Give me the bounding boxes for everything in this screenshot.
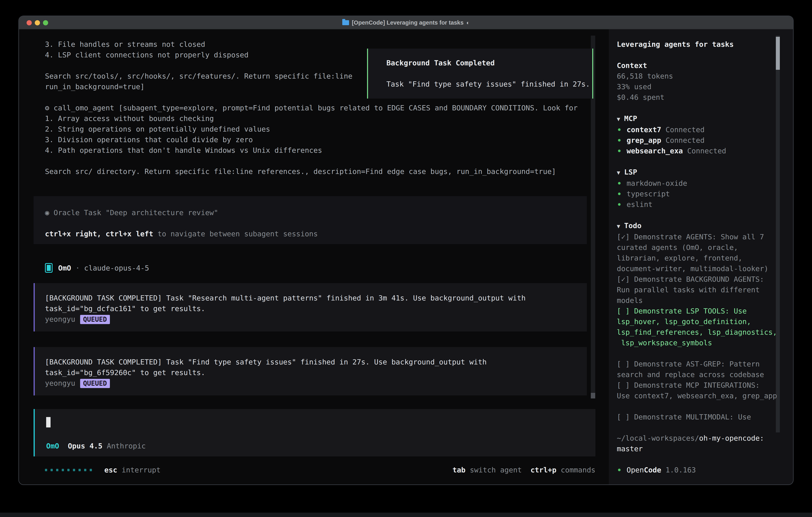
todo-line-done: curated agents (OmO, oracle, bbox=[617, 242, 779, 253]
mcp-server-name: websearch_exa bbox=[627, 147, 683, 155]
status-dot-icon bbox=[618, 128, 620, 131]
input-provider-name: Anthropic bbox=[107, 442, 146, 450]
mcp-header[interactable]: ▼MCP bbox=[617, 113, 779, 124]
oracle-task-box: ◉ Oracle Task "Deep architecture review"… bbox=[34, 196, 587, 244]
todo-line-active: lsp_workspace_symbols bbox=[617, 337, 779, 348]
toast-body: Task "Find type safety issues" finished … bbox=[386, 79, 592, 89]
spinner-dot-icon bbox=[45, 469, 47, 471]
status-dot-icon bbox=[618, 193, 620, 195]
lsp-item: markdown-oxide bbox=[617, 178, 779, 189]
spinner-dot-icon bbox=[79, 469, 81, 471]
lsp-server-name: eslint bbox=[627, 200, 652, 209]
esc-key-hint: esc bbox=[104, 466, 117, 474]
app-name-regular: Open bbox=[627, 466, 644, 474]
lsp-server-name: typescript bbox=[627, 190, 670, 198]
main-scrollbar-thumb[interactable] bbox=[591, 393, 595, 399]
agent-model: claude-opus-4-5 bbox=[84, 263, 149, 273]
spinner-dot-icon bbox=[56, 469, 58, 471]
transcript-line: 1. Array access without bounds checking bbox=[45, 113, 588, 124]
spinner-dot-icon bbox=[90, 469, 92, 471]
agent-checkbox-icon bbox=[45, 263, 53, 273]
spinner-dot-icon bbox=[73, 469, 75, 471]
spinner-dot-icon bbox=[84, 469, 86, 471]
mcp-server-status: Connected bbox=[661, 126, 704, 134]
todo-line-pending: Use context7, websearch_exa, grep_app bbox=[617, 390, 779, 401]
mcp-item: context7 Connected bbox=[617, 124, 779, 135]
context-stat: 33% used bbox=[617, 81, 779, 92]
workspace-repo-name: oh-my-opencode: bbox=[699, 434, 764, 442]
task-user: yeongyu bbox=[45, 315, 75, 323]
oracle-hint-keys: ctrl+x right, ctrl+x left bbox=[45, 230, 153, 238]
sidebar-blank-line bbox=[617, 210, 779, 220]
transcript-line: 3. File handles or streams not closed bbox=[45, 39, 588, 50]
task-message-line-2: task_id="bg_6f59260c" to get results. bbox=[45, 367, 587, 378]
sidebar-blank-line bbox=[617, 454, 779, 465]
sidebar-lines: Leveraging agents for tasks Context66,51… bbox=[617, 39, 779, 475]
todo-line-done: Run parallel tasks with different bbox=[617, 284, 779, 295]
transcript-line: ⚙ call_omo_agent [subagent_type=explore,… bbox=[45, 103, 588, 113]
tab-key-hint: tab bbox=[453, 466, 466, 474]
sidebar-blank-line bbox=[617, 422, 779, 433]
minimize-window-button[interactable] bbox=[35, 20, 40, 25]
sidebar-blank-line bbox=[617, 156, 779, 167]
task-message-line-1: [BACKGROUND TASK COMPLETED] Task "Resear… bbox=[45, 293, 587, 303]
transcript-line: 4. Path operations that don't handle Win… bbox=[45, 145, 588, 156]
mcp-server-name: grep_app bbox=[627, 136, 661, 144]
spinner-dot-icon bbox=[62, 469, 64, 471]
task-user: yeongyu bbox=[45, 379, 75, 387]
todo-line-done: models bbox=[617, 295, 779, 306]
toast-spacer bbox=[386, 68, 592, 79]
mcp-item: websearch_exa Connected bbox=[617, 145, 779, 156]
mcp-server-status: Connected bbox=[661, 136, 704, 144]
mcp-server-status: Connected bbox=[683, 147, 726, 155]
workspace-path: ~/local-workspaces/oh-my-opencode: bbox=[617, 433, 779, 443]
text-cursor bbox=[46, 417, 51, 428]
todo-header[interactable]: ▼Todo bbox=[617, 220, 779, 232]
todo-line-done: [✓] Demonstrate AGENTS: Show all 7 bbox=[617, 232, 779, 242]
todo-header-label: Todo bbox=[624, 221, 642, 230]
context-stat: 66,518 tokens bbox=[617, 71, 779, 81]
lsp-server-name: markdown-oxide bbox=[627, 179, 687, 187]
transcript-line: Search src/ directory. Return specific f… bbox=[45, 166, 588, 177]
sidebar-session-title: Leveraging agents for tasks bbox=[617, 39, 779, 50]
lsp-header-label: LSP bbox=[624, 168, 637, 176]
app-name-bold: Code bbox=[644, 466, 661, 474]
model-selector-row[interactable]: OmO Opus 4.5 Anthropic bbox=[46, 441, 146, 451]
todo-line-pending: [ ] Demonstrate MCP INTEGRATIONS: bbox=[617, 380, 779, 390]
spinner-dot-icon bbox=[51, 469, 53, 471]
todo-line-active: [ ] Demonstrate LSP TOOLS: Use bbox=[617, 306, 779, 316]
todo-line-done: document-writer, multimodal-looker) bbox=[617, 263, 779, 274]
transcript-line bbox=[45, 156, 588, 166]
lsp-header[interactable]: ▼LSP bbox=[617, 167, 779, 178]
window-title: [OpenCode] Leveraging agents for tasks bbox=[352, 18, 464, 28]
oracle-spacer bbox=[45, 218, 587, 228]
mcp-header-label: MCP bbox=[624, 114, 637, 123]
collapse-triangle-icon: ▼ bbox=[617, 223, 620, 229]
todo-line-pending: [ ] Demonstrate MULTIMODAL: Use bbox=[617, 412, 779, 422]
status-dot-icon bbox=[618, 139, 620, 141]
agent-name: OmO bbox=[58, 263, 71, 273]
esc-key-label: interrupt bbox=[117, 466, 161, 474]
session-status-icon: ◐ bbox=[466, 18, 470, 28]
folder-icon bbox=[342, 20, 349, 25]
sidebar-blank-line bbox=[617, 401, 779, 412]
footer-left-group: esc interrupt bbox=[45, 465, 161, 475]
agent-session-header[interactable]: OmO · claude-opus-4-5 bbox=[45, 262, 149, 274]
mcp-server-name: context7 bbox=[627, 126, 661, 134]
transcript-line: 2. String operations on potentially unde… bbox=[45, 124, 588, 134]
titlebar[interactable]: [OpenCode] Leveraging agents for tasks ◐ bbox=[19, 16, 793, 29]
context-header: Context bbox=[617, 60, 779, 71]
todo-line-active: lsp_find_references, lsp_diagnostics, bbox=[617, 327, 779, 337]
background-task-toast: Background Task Completed Task "Find typ… bbox=[367, 49, 593, 99]
lsp-item: eslint bbox=[617, 199, 779, 210]
task-message-line-2: task_id="bg_dcfac161" to get results. bbox=[45, 303, 587, 314]
opencode-window: [OpenCode] Leveraging agents for tasks ◐… bbox=[19, 16, 793, 485]
transcript-line: 3. Division operations that could divide… bbox=[45, 134, 588, 145]
close-window-button[interactable] bbox=[27, 20, 32, 25]
todo-line-pending: [ ] Demonstrate AST-GREP: Pattern bbox=[617, 359, 779, 369]
zoom-window-button[interactable] bbox=[43, 20, 48, 25]
app-version-number: 1.0.163 bbox=[661, 466, 696, 474]
todo-line-pending: search and replace across codebase bbox=[617, 369, 779, 380]
prompt-input[interactable]: OmO Opus 4.5 Anthropic bbox=[34, 409, 596, 456]
sidebar-blank-line bbox=[617, 103, 779, 113]
